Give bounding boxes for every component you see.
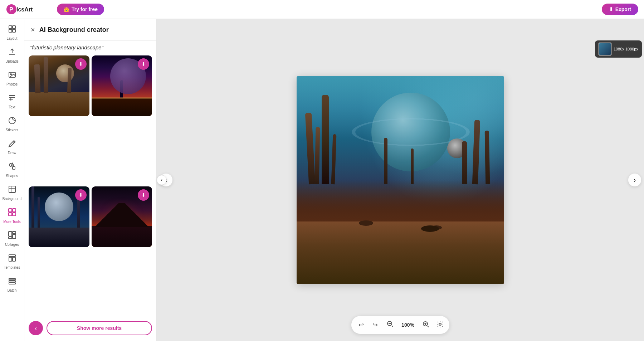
text-icon: T [8,93,16,104]
panel-collapse-button[interactable]: ‹ [157,175,167,185]
topbar-right: ⬇ Export [602,4,638,15]
canvas-area: ‹ [157,19,644,341]
panel-footer: ‹ Show more results [24,315,156,341]
sidebar-item-text[interactable]: T Text [1,91,23,112]
draw-label: Draw [8,151,16,155]
sidebar-item-draw[interactable]: Draw [1,136,23,158]
download-badge-4[interactable]: ⬇ [138,189,149,201]
svg-text:P: P [9,6,13,13]
shapes-icon [8,162,16,173]
ai-image-card-4[interactable]: ⬇ [92,186,152,247]
svg-text:T: T [9,96,13,102]
show-more-button[interactable]: Show more results [47,321,152,335]
zoom-in-button[interactable] [421,319,431,331]
layout-label: Layout [6,36,17,40]
export-button[interactable]: ⬇ Export [602,4,638,15]
panel-title: AI Background creator [39,26,109,34]
text-label: Text [9,105,15,109]
templates-icon [8,254,16,264]
sidebar-item-collages[interactable]: Collages [1,228,23,249]
sidebar-item-batch[interactable]: Batch [1,274,23,295]
stickers-label: Stickers [6,128,19,132]
try-btn-label: Try for free [72,6,98,12]
sidebar-item-more-tools[interactable]: More Tools [1,205,23,226]
templates-label: Templates [4,266,20,269]
collages-icon [8,231,16,242]
svg-rect-23 [9,257,12,261]
svg-rect-27 [9,283,15,284]
canvas-nav-right-button[interactable]: › [628,174,641,186]
main-canvas [297,76,504,284]
zoom-out-button[interactable] [385,319,395,331]
svg-rect-25 [9,278,15,280]
picsart-logo-svg: P icsArt [6,4,45,15]
uploads-label: Uploads [5,59,19,63]
stickers-icon [8,116,16,127]
sidebar-item-uploads[interactable]: Uploads [1,45,23,66]
svg-rect-17 [13,213,16,216]
background-icon [8,185,16,196]
zoom-level-text: 100% [401,322,415,328]
ai-image-card-3[interactable]: ⬇ [29,186,89,247]
layout-icon [8,25,16,35]
bottom-toolbar: ↩ ↪ 100% [351,316,449,334]
sidebar-item-layout[interactable]: Layout [1,22,23,43]
svg-rect-4 [13,26,15,29]
background-label: Background [3,197,21,201]
sidebar-item-photos[interactable]: Photos [1,68,23,89]
upload-icon [8,48,16,58]
canvas-thumbnail [599,43,611,55]
try-for-free-button[interactable]: 👑 Try for free [57,4,104,15]
batch-label: Batch [8,288,17,292]
panel-header: × AI Background creator [24,19,156,41]
svg-rect-18 [9,232,12,236]
batch-icon [8,277,16,287]
settings-icon [436,321,444,328]
back-button[interactable]: ‹ [29,321,43,335]
svg-rect-15 [13,209,16,212]
draw-icon [8,139,16,150]
topbar-divider [51,4,51,15]
download-badge-3[interactable]: ⬇ [75,189,87,201]
svg-point-30 [439,323,441,325]
more-tools-icon [8,208,16,219]
sidebar-icons: Layout Uploads Photos [0,19,24,341]
photos-label: Photos [6,82,18,86]
canvas-dimensions: 1080x 1080px [614,46,638,52]
svg-rect-19 [13,232,16,234]
export-icon: ⬇ [609,6,613,12]
svg-text:icsArt: icsArt [16,6,33,13]
crown-icon: 👑 [63,6,69,12]
ai-image-card-1[interactable]: ⬇ [29,55,89,116]
download-badge-2[interactable]: ⬇ [138,58,149,70]
svg-point-8 [10,74,11,75]
download-badge-1[interactable]: ⬇ [75,58,87,70]
svg-rect-20 [13,234,16,239]
sidebar-item-templates[interactable]: Templates [1,251,23,272]
search-query-text: "futuristic planetary landscape" [24,41,156,55]
svg-rect-5 [9,29,12,32]
svg-rect-14 [9,209,12,212]
shapes-label: Shapes [6,174,18,178]
more-tools-label: More Tools [3,220,21,224]
redo-button[interactable]: ↪ [371,320,379,330]
photos-icon [8,70,16,81]
main-content: Layout Uploads Photos [0,19,644,341]
topbar: P icsArt 👑 Try for free ⬇ Export [0,0,644,19]
undo-button[interactable]: ↩ [357,320,365,330]
svg-rect-3 [9,26,12,29]
svg-rect-6 [13,29,15,32]
sidebar-item-shapes[interactable]: Shapes [1,159,23,181]
settings-button[interactable] [436,321,444,330]
svg-rect-12 [13,167,15,169]
zoom-in-icon [422,321,429,328]
svg-rect-21 [9,237,12,239]
zoom-out-icon [386,320,394,327]
close-panel-button[interactable]: × [30,25,36,34]
svg-rect-22 [9,255,15,257]
ai-images-grid: ⬇ ⬇ [24,55,156,315]
sidebar-item-background[interactable]: Background [1,182,23,204]
sidebar-item-stickers[interactable]: Stickers [1,113,23,135]
canvas-background [297,76,504,284]
ai-image-card-2[interactable]: ⬇ [92,55,152,116]
